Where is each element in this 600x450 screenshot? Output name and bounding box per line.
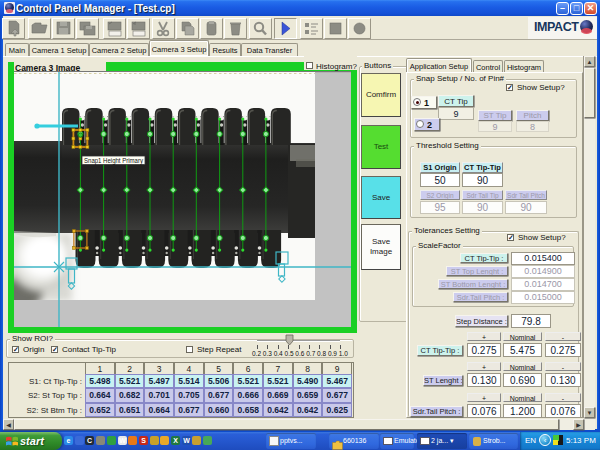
svg-text:Snap1 Height Primary: Snap1 Height Primary [84, 157, 144, 165]
